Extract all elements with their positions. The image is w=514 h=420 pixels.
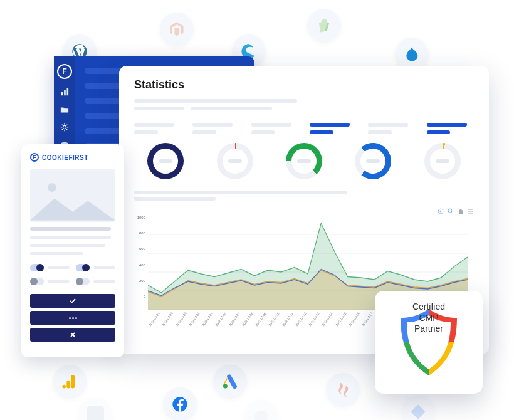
svg-point-3: [62, 385, 66, 389]
page-title: Statistics: [134, 78, 474, 92]
stat-tab[interactable]: [368, 123, 415, 134]
linkedin-icon: [78, 398, 112, 420]
gear-icon[interactable]: [60, 123, 69, 132]
x-tick: 2022-03-15: [335, 325, 338, 327]
x-tick: 2022-03-13: [308, 325, 311, 327]
donut-row: [134, 143, 474, 179]
menu-icon[interactable]: [468, 206, 474, 212]
placeholder-text: [30, 252, 83, 255]
placeholder-text: [134, 191, 347, 194]
donut-marketing: [342, 143, 404, 179]
cookiefirst-brand-text: COOKIEFIRST: [42, 154, 88, 161]
shopify-icon: [307, 9, 341, 43]
placeholder-text: [48, 266, 70, 269]
x-tick: 2022-03-09: [254, 325, 258, 327]
svg-point-4: [223, 384, 228, 389]
x-tick: 2022-03-02: [161, 325, 164, 327]
svg-rect-8: [61, 92, 63, 95]
y-axis: 10008006004002000: [134, 216, 145, 298]
stat-tab-active[interactable]: [427, 123, 474, 134]
svg-point-22: [48, 183, 56, 192]
svg-rect-2: [66, 381, 70, 389]
eye-icon[interactable]: [438, 206, 444, 212]
x-tick: 2022-03-17: [361, 325, 364, 327]
reject-button[interactable]: [30, 328, 115, 342]
placeholder-text: [134, 107, 184, 110]
y-tick: 400: [134, 263, 145, 267]
svg-point-13: [440, 211, 442, 213]
consent-toggle[interactable]: [30, 264, 44, 271]
placeholder-text: [30, 244, 105, 247]
consent-toggles: [30, 264, 115, 285]
donut-other: [411, 143, 474, 179]
y-tick: 800: [134, 231, 145, 235]
toggle-row: [76, 278, 115, 285]
stat-tab[interactable]: [251, 123, 298, 134]
placeholder-text: [134, 99, 297, 103]
hotjar-icon: [326, 373, 360, 407]
stat-tab[interactable]: [134, 123, 181, 134]
google-tag-manager-icon: [401, 395, 435, 420]
svg-point-11: [63, 125, 66, 129]
x-tick: 2022-03-05: [201, 325, 204, 327]
x-tick: 2022-03-01: [148, 325, 151, 327]
placeholder-text: [48, 280, 70, 283]
stat-tab[interactable]: [192, 123, 239, 134]
check-icon: [69, 297, 76, 305]
cmp-badge-text: Certified CMP Partner: [412, 302, 445, 335]
y-tick: 200: [134, 279, 145, 283]
settings-button[interactable]: [30, 311, 115, 325]
x-tick: 2022-03-04: [188, 325, 191, 327]
cookiefirst-logo-icon: F: [57, 64, 72, 79]
x-tick: 2022-03-16: [348, 325, 351, 327]
placeholder-text: [191, 107, 272, 110]
toggle-row: [76, 264, 115, 271]
cookie-banner-card: F COOKIEFIRST: [21, 144, 124, 357]
close-icon: [69, 331, 76, 339]
chart-toolbar: [134, 206, 474, 212]
image-placeholder: [30, 169, 115, 222]
x-tick: 2022-03-07: [228, 325, 231, 327]
y-tick: 1000: [134, 216, 145, 219]
svg-point-14: [448, 209, 452, 213]
donut-rejected: [203, 143, 266, 179]
home-icon[interactable]: [458, 206, 464, 212]
google-analytics-icon: [53, 365, 87, 399]
platform-icon: [244, 400, 278, 420]
dots-icon: [69, 317, 77, 319]
svg-rect-1: [71, 375, 75, 389]
donut-functional: [273, 143, 335, 179]
consent-toggle[interactable]: [76, 278, 90, 285]
y-tick: 0: [134, 295, 145, 298]
placeholder-text: [93, 266, 115, 269]
cookiefirst-logo-icon: F: [30, 153, 39, 162]
svg-rect-10: [67, 88, 69, 95]
x-tick: 2022-03-12: [295, 325, 298, 327]
svg-rect-9: [64, 90, 66, 96]
cmp-partner-badge: Certified CMP Partner: [375, 291, 483, 394]
chart-icon[interactable]: [60, 88, 69, 97]
stat-tab-active[interactable]: [310, 123, 357, 134]
zoom-icon[interactable]: [448, 206, 454, 212]
x-tick: 2022-03-03: [175, 325, 178, 327]
x-tick: 2022-03-10: [268, 325, 271, 327]
accept-button[interactable]: [30, 294, 115, 308]
consent-toggle[interactable]: [76, 264, 90, 271]
toggle-row: [30, 278, 70, 285]
donut-total: [134, 143, 197, 179]
consent-toggle[interactable]: [30, 278, 44, 285]
google-ads-icon: [213, 365, 247, 399]
placeholder-heading: [30, 227, 111, 231]
folder-icon[interactable]: [60, 105, 69, 114]
placeholder-text: [30, 236, 111, 239]
placeholder-text: [93, 280, 115, 283]
y-tick: 600: [134, 247, 145, 251]
cookiefirst-logo: F COOKIEFIRST: [30, 153, 115, 162]
magento-icon: [160, 13, 194, 46]
cookie-buttons: [30, 294, 115, 342]
x-tick: 2022-03-14: [321, 325, 324, 327]
svg-point-7: [255, 411, 268, 421]
toggle-row: [30, 264, 70, 271]
x-tick: 2022-03-06: [214, 325, 218, 327]
svg-rect-6: [87, 406, 104, 420]
